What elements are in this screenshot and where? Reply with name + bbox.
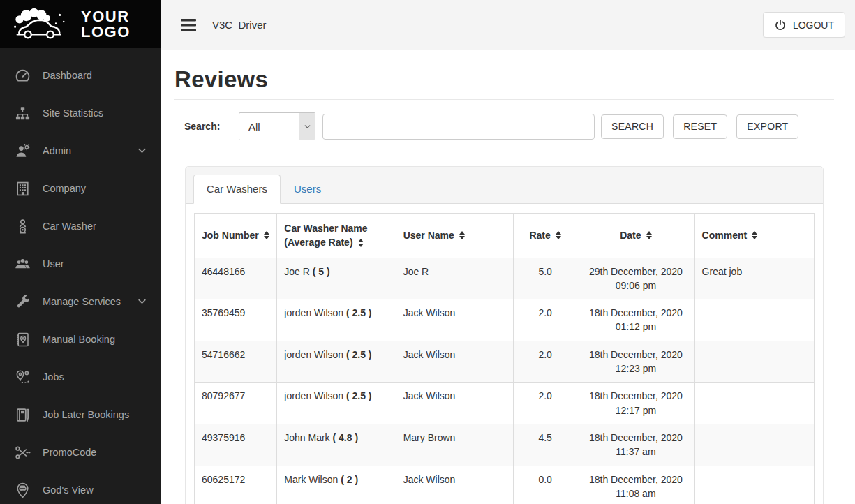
average-rate: ( 2.5 ) [346,349,372,360]
logo-area[interactable]: YOUR LOGO [0,0,161,48]
gods-view-icon [13,481,32,499]
washer-name: John Mark [284,432,332,443]
car-wash-logo-icon [11,6,73,43]
reviews-table: Job NumberCar Washer Name (Average Rate)… [194,213,815,504]
car-washer-name-cell: Mark Wilson ( 2 ) [277,466,396,504]
car-washer-name-cell: jorden Wilson ( 2.5 ) [277,383,396,424]
washer-name: Mark Wilson [284,474,341,485]
table-row: 35769459jorden Wilson ( 2.5 )Jack Wilson… [195,299,815,341]
date-text: 18th December, 2020 [584,348,687,362]
sidebar-item-god-s-view[interactable]: God's View [0,471,161,504]
sidebar-item-car-washer[interactable]: Car Washer [0,207,161,245]
sidebar-item-label: PromoCode [43,447,96,458]
sidebar-item-dashboard[interactable]: Dashboard [0,57,161,94]
sidebar-item-company[interactable]: Company [0,170,161,207]
tab-car-washers[interactable]: Car Washers [193,175,281,204]
chevron-down-icon [137,145,148,156]
column-header-car-washer-name-average-rate[interactable]: Car Washer Name (Average Rate) [277,214,396,258]
time-text: 12:17 pm [584,403,687,417]
sidebar-item-jobs[interactable]: Jobs [0,358,161,396]
sort-icon [646,231,652,239]
promocode-icon [13,443,32,461]
date-cell: 18th December, 202012:23 pm [577,341,694,383]
washer-name: jorden Wilson [284,390,346,401]
title-divider [174,99,834,100]
user-name-cell: Jack Wilson [396,341,513,383]
chevron-down-icon [137,296,148,307]
tab-strip: Car WashersUsers [186,167,823,204]
date-cell: 18th December, 202011:37 am [577,424,694,466]
column-header-label: Job Number [202,230,259,241]
time-text: 11:08 am [584,487,687,501]
comment-cell [694,383,814,424]
time-text: 12:23 pm [584,362,687,376]
search-bar: Search: All SEARCH RESET EXPORT [174,112,834,140]
sort-icon [358,239,364,247]
job-number-cell: 35769459 [195,299,277,341]
search-input[interactable] [322,114,595,140]
logo-text: YOUR LOGO [81,9,131,40]
sort-icon [264,231,269,239]
sidebar-item-promocode[interactable]: PromoCode [0,433,161,471]
user-name-cell: Joe R [396,258,513,299]
sidebar-item-label: User [43,258,64,269]
column-header-date[interactable]: Date [577,214,694,258]
column-header-label: User Name [403,230,454,241]
page-content: Reviews Search: All SEARCH RESET EXPORT … [161,50,855,504]
search-label: Search: [184,121,239,132]
site-statistics-icon [13,104,32,122]
sidebar-item-admin[interactable]: Admin [0,132,161,170]
car-washer-name-cell: jorden Wilson ( 2.5 ) [277,341,396,383]
export-button[interactable]: EXPORT [736,114,798,139]
time-text: 11:37 am [584,445,687,459]
date-text: 18th December, 2020 [584,431,687,445]
comment-cell [694,466,814,504]
average-rate: ( 2.5 ) [346,307,372,318]
car-washer-icon [13,217,32,235]
hamburger-icon[interactable] [180,17,197,33]
sidebar-item-site-statistics[interactable]: Site Statistics [0,94,161,132]
topbar: V3C Driver LOGOUT [161,0,855,50]
rate-cell: 2.0 [514,299,577,341]
average-rate: ( 2.5 ) [346,390,372,401]
column-header-user-name[interactable]: User Name [396,214,513,258]
user-name-cell: Jack Wilson [396,383,513,424]
logout-button[interactable]: LOGOUT [763,12,845,38]
column-header-comment[interactable]: Comment [694,214,814,258]
reset-button[interactable]: RESET [673,114,727,139]
sidebar-item-manage-services[interactable]: Manage Services [0,283,161,320]
sidebar: YOUR LOGO DashboardSite StatisticsAdminC… [0,0,161,504]
rate-cell: 0.0 [514,466,577,504]
manage-services-icon [13,292,32,311]
average-rate: ( 5 ) [313,266,330,277]
table-head: Job NumberCar Washer Name (Average Rate)… [195,214,815,258]
sidebar-item-label: Manual Booking [43,334,115,345]
car-washer-name-cell: jorden Wilson ( 2.5 ) [277,299,396,341]
sidebar-item-label: God's View [43,484,94,496]
date-cell: 18th December, 202011:08 am [577,466,694,504]
logo-text-bottom: LOGO [81,24,131,40]
reviews-table-container: Job NumberCar Washer Name (Average Rate)… [186,204,823,504]
sidebar-item-user[interactable]: User [0,245,161,283]
column-header-label: Comment [702,230,748,241]
sidebar-menu: DashboardSite StatisticsAdminCompanyCar … [0,57,161,504]
sidebar-item-manual-booking[interactable]: Manual Booking [0,320,161,358]
column-header-rate[interactable]: Rate [514,214,577,258]
reviews-card: Car WashersUsers Job NumberCar Washer Na… [185,166,824,504]
search-button[interactable]: SEARCH [601,114,664,139]
sidebar-item-label: Dashboard [43,70,92,81]
table-row: 80792677jorden Wilson ( 2.5 )Jack Wilson… [195,383,815,424]
job-later-bookings-icon [13,406,32,424]
column-header-label: Rate [529,230,550,241]
search-filter-select[interactable]: All [239,112,315,140]
rate-cell: 4.5 [514,424,577,466]
sidebar-item-job-later-bookings[interactable]: Job Later Bookings [0,396,161,433]
tab-users[interactable]: Users [281,175,334,204]
user-icon [13,255,32,273]
car-washer-name-cell: John Mark ( 4.8 ) [277,424,396,466]
date-cell: 29th December, 202009:06 pm [577,258,694,299]
column-header-job-number[interactable]: Job Number [195,214,277,258]
sidebar-item-label: Site Statistics [43,108,103,119]
time-text: 01:12 pm [584,320,687,334]
user-name-cell: Mary Brown [396,424,513,466]
